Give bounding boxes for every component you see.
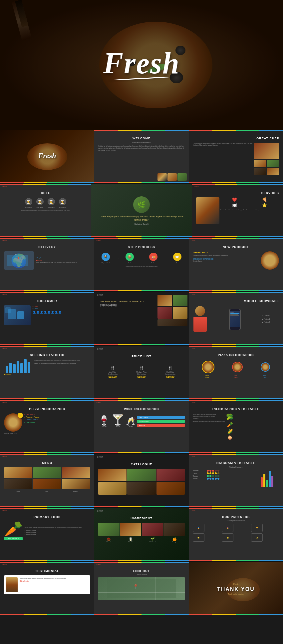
slide-step-process: Fresh STEP PROCESS 🍳 Prepare Food → 📦 Bo… — [94, 238, 188, 291]
diagram-subtitle: Monthly Summary — [193, 466, 279, 468]
thankyou-logo: Fresh — [217, 583, 255, 585]
slide-row-9: Fresh TESTIMONIAL "Lorem ipsum dolor sit… — [0, 562, 283, 615]
tier-2-price: $10.89 — [129, 375, 154, 378]
new-product-title: NEW PRODUCT — [193, 245, 279, 249]
slide-row-6: Fresh PIZZA INFOGRAPHIC + ● Basil Flavou… — [0, 400, 283, 453]
veg-brand: Fresh — [191, 401, 195, 403]
slide-welcome: WELCOME Fresh Food Presentation Cuisine … — [94, 130, 188, 183]
chef-avatar-4: 👩‍🍳 — [59, 198, 66, 205]
delivery-brand: Fresh — [2, 239, 7, 241]
slide-diagram-veg: Fresh DIAGRAM VEGETABLE Monthly Summary … — [189, 454, 283, 507]
carrot-icon: 🥕 — [4, 521, 23, 536]
slide-menu: Fresh MENU Starter Main Dessert — [0, 454, 94, 507]
find-title: FIND OUT — [98, 569, 184, 573]
step-title: STEP PROCESS — [98, 245, 184, 249]
find-subtitle: Find our location — [98, 574, 184, 576]
services-brand: Fresh — [194, 185, 199, 187]
vitamin-badge: 87% Vitamin A — [4, 537, 23, 540]
quality-avg: Average — [137, 424, 184, 427]
step-2-label: Box It — [126, 262, 134, 264]
slide-new-product: Fresh NEW PRODUCT GREEK PIZZA Cuisine fo… — [189, 238, 283, 291]
partner-3: 🏆 — [251, 524, 263, 532]
slide-mobile-showcase: Fresh MOBILE SHOWCASE Product — [189, 292, 283, 345]
partner-6: ✨ — [251, 533, 263, 542]
primary-title: PRIMARY FOOD — [4, 515, 90, 519]
chef-avatar-1: 👨‍🍳 — [25, 198, 32, 205]
price-brand: Fresh — [97, 347, 103, 350]
test-brand: Fresh — [2, 563, 7, 565]
mobile-title: MOBILE SHOWCASE — [193, 299, 279, 303]
slide-row-8: Fresh PRIMARY FOOD 🥕 87% Vitamin A Lorem… — [0, 508, 283, 561]
pizza-2-title: PIZZA INFOGRAPHIC — [4, 407, 90, 411]
tier-1-price: $10.89 — [100, 375, 126, 378]
map-visual: 📍 — [98, 577, 184, 600]
diagram-brand: Fresh — [191, 455, 195, 457]
slide-catalogue: Fresh CATALOGUE — [94, 454, 188, 507]
pizza-product — [261, 251, 279, 270]
chef-brand: Fresh — [2, 185, 7, 187]
welcome-subtitle: Fresh Food Presentation — [98, 141, 184, 143]
slide-costumer: Fresh COSTUMER ■ Prague ■ London 👤 👤 👤 👤 — [0, 292, 94, 345]
slide-chef: Fresh CHEF 👨‍🍳 Chef Name 👩‍🍳 Chef Name 👨… — [0, 184, 91, 237]
slide-delivery: Fresh DELIVERY ■ Regular ■ Delivery Worl… — [0, 238, 94, 291]
delivery-map — [4, 251, 34, 270]
ingredient-brand: Fresh — [97, 509, 103, 512]
slide-fresh-mini: Fresh — [0, 130, 94, 183]
slide-pizza-info-2: Fresh PIZZA INFOGRAPHIC + ● Basil Flavou… — [0, 400, 94, 453]
partners-brand: Fresh — [191, 509, 195, 511]
product-name: GREEK PIZZA — [193, 251, 259, 254]
great-chef-title: GREAT CHEF — [193, 137, 279, 140]
price-tier-1: 🍴 Low Price Small portion $10.89 — [98, 364, 127, 380]
slide-ingredient: Fresh INGREDIENT 🌰Almond 🥛Milk Sat 🌱Wild… — [94, 508, 188, 561]
ingredient-title: INGREDIENT — [98, 517, 184, 520]
mobile-brand: Fresh — [191, 293, 195, 295]
slide-selling-stat: Fresh SELLING STATISTIC ■ Premium — [0, 346, 94, 399]
costumer-title: COSTUMER — [4, 299, 90, 303]
partner-1: 🏅 — [193, 524, 204, 532]
welcome-title: WELCOME — [98, 137, 184, 140]
thankyou-subtitle: Thank you for watching — [217, 593, 255, 595]
partner-4: ⭐ — [193, 533, 204, 542]
diagram-title: DIAGRAM VEGETABLE — [193, 461, 279, 465]
step-2-icon: 📦 — [126, 253, 134, 261]
menu-brand: Fresh — [2, 455, 7, 457]
testimonial-title: TESTIMONIAL — [4, 569, 90, 573]
test-quote-label: Oliver Quote — [20, 580, 67, 582]
welcome-text: Cuisine for all categories cuisines and … — [98, 145, 184, 152]
tier-3-price: $10.89 — [157, 375, 183, 378]
delivery-title: DELIVERY — [4, 245, 90, 249]
chef-avatar-3: 👨‍🍳 — [48, 198, 55, 205]
hero-title: Fresh — [103, 46, 180, 80]
step-4-label: Eat — [173, 262, 181, 264]
hero-slide: Fresh — [0, 0, 283, 130]
partner-2: 🎖️ — [222, 524, 233, 532]
slide-row-3: Fresh DELIVERY ■ Regular ■ Delivery Worl… — [0, 238, 283, 291]
services-title: SERVICES — [196, 191, 279, 195]
hero-underline — [108, 78, 175, 85]
primary-brand: Fresh — [2, 509, 7, 511]
slide-row-4: Fresh COSTUMER ■ Prague ■ London 👤 👤 👤 👤 — [0, 292, 283, 345]
slide-thank-you: Fresh THANK YOU Thank you for watching — [189, 562, 283, 615]
slide-find-out: Fresh FIND OUT Find our location 📍 — [94, 562, 188, 615]
quality-best: Best Quality — [137, 416, 184, 419]
mini-fresh-logo: Fresh — [38, 151, 56, 160]
quote-text: "There are people in the world so hungry… — [99, 215, 183, 222]
gallery-brand: Fresh — [97, 293, 103, 296]
pizza-2-brand: Fresh — [2, 401, 7, 403]
costumer-brand: Fresh — [2, 293, 7, 295]
price-tier-2: 🍴 Medium Price Med portion $10.89 — [127, 364, 156, 380]
catalogue-brand: Fresh — [97, 455, 103, 458]
step-3-icon: 🚚 — [149, 253, 157, 261]
step-brand: Fresh — [96, 239, 101, 241]
partner-5: 🌟 — [222, 533, 233, 542]
price-title: PRICE LIST — [98, 355, 184, 358]
wine-brand: Fresh — [96, 401, 101, 403]
bar-chart — [4, 359, 32, 373]
slide-services: Fresh SERVICES ❤️ 🍕 🍽️ ⭐ Service descrip… — [192, 184, 283, 237]
quote-author: Mahatma Gandhi — [99, 223, 183, 225]
find-brand: Fresh — [96, 563, 101, 565]
step-1-label: Prepare Food — [102, 262, 110, 264]
veg-title: INFOGRAPHIC VEGETABLE — [193, 407, 279, 411]
slide-food-galleries: Fresh "WE HAVE GOOD FOOD FOR HEALTHY LIF… — [94, 292, 188, 345]
stat-brand: Fresh — [2, 347, 7, 349]
